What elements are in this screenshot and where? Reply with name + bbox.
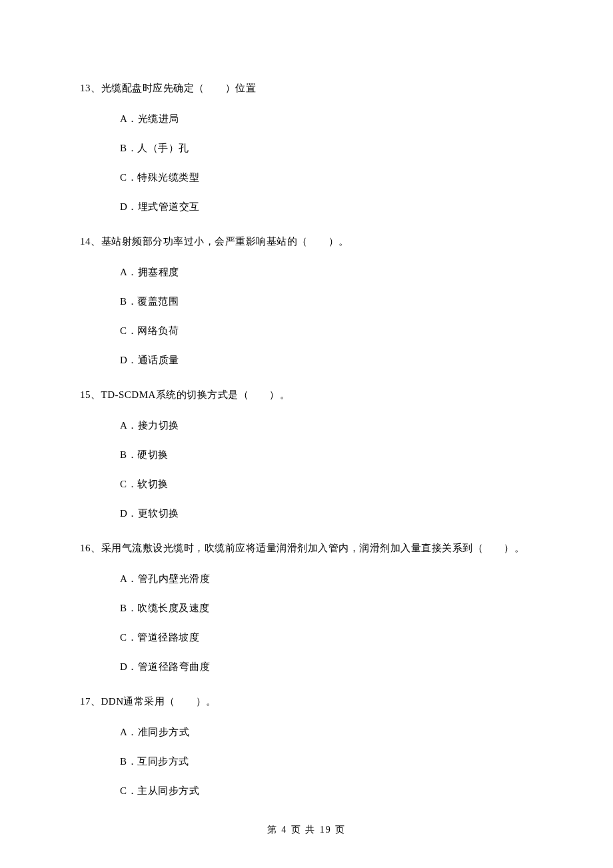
question-options: A．管孔内壁光滑度 B．吹缆长度及速度 C．管道径路坡度 D．管道径路弯曲度 (80, 557, 533, 673)
option-a: A．光缆进局 (120, 112, 533, 125)
option-b: B．互同步方式 (120, 755, 533, 768)
option-c: C．管道径路坡度 (120, 631, 533, 644)
page-footer: 第 4 页 共 19 页 (0, 824, 613, 836)
question-15: 15、TD-SCDMA系统的切换方式是（ ）。 A．接力切换 B．硬切换 C．软… (80, 385, 533, 520)
option-b: B．覆盖范围 (120, 295, 533, 308)
question-stem: 16、采用气流敷设光缆时，吹缆前应将适量润滑剂加入管内，润滑剂加入量直接关系到（… (80, 539, 533, 557)
question-stem: 14、基站射频部分功率过小，会严重影响基站的（ ）。 (80, 232, 533, 251)
option-a: A．管孔内壁光滑度 (120, 572, 533, 585)
option-d: D．更软切换 (120, 507, 533, 520)
question-13: 13、光缆配盘时应先确定（ ）位置 A．光缆进局 B．人（手）孔 C．特殊光缆类… (80, 79, 533, 213)
question-stem: 15、TD-SCDMA系统的切换方式是（ ）。 (80, 385, 533, 404)
question-stem: 13、光缆配盘时应先确定（ ）位置 (80, 79, 533, 97)
option-d: D．埋式管道交互 (120, 200, 533, 213)
page-content: 13、光缆配盘时应先确定（ ）位置 A．光缆进局 B．人（手）孔 C．特殊光缆类… (0, 0, 613, 797)
question-options: A．准同步方式 B．互同步方式 C．主从同步方式 (80, 711, 533, 797)
option-a: A．接力切换 (120, 419, 533, 432)
question-14: 14、基站射频部分功率过小，会严重影响基站的（ ）。 A．拥塞程度 B．覆盖范围… (80, 232, 533, 367)
option-c: C．特殊光缆类型 (120, 171, 533, 184)
question-stem: 17、DDN通常采用（ ）。 (80, 692, 533, 711)
option-b: B．吹缆长度及速度 (120, 601, 533, 615)
question-16: 16、采用气流敷设光缆时，吹缆前应将适量润滑剂加入管内，润滑剂加入量直接关系到（… (80, 539, 533, 673)
option-c: C．网络负荷 (120, 324, 533, 337)
option-a: A．准同步方式 (120, 725, 533, 739)
option-b: B．硬切换 (120, 448, 533, 461)
option-a: A．拥塞程度 (120, 265, 533, 279)
option-d: D．通话质量 (120, 353, 533, 367)
question-options: A．接力切换 B．硬切换 C．软切换 D．更软切换 (80, 404, 533, 520)
question-17: 17、DDN通常采用（ ）。 A．准同步方式 B．互同步方式 C．主从同步方式 (80, 692, 533, 797)
option-b: B．人（手）孔 (120, 141, 533, 155)
option-d: D．管道径路弯曲度 (120, 660, 533, 673)
option-c: C．主从同步方式 (120, 784, 533, 797)
question-options: A．拥塞程度 B．覆盖范围 C．网络负荷 D．通话质量 (80, 251, 533, 367)
question-options: A．光缆进局 B．人（手）孔 C．特殊光缆类型 D．埋式管道交互 (80, 97, 533, 213)
option-c: C．软切换 (120, 477, 533, 491)
